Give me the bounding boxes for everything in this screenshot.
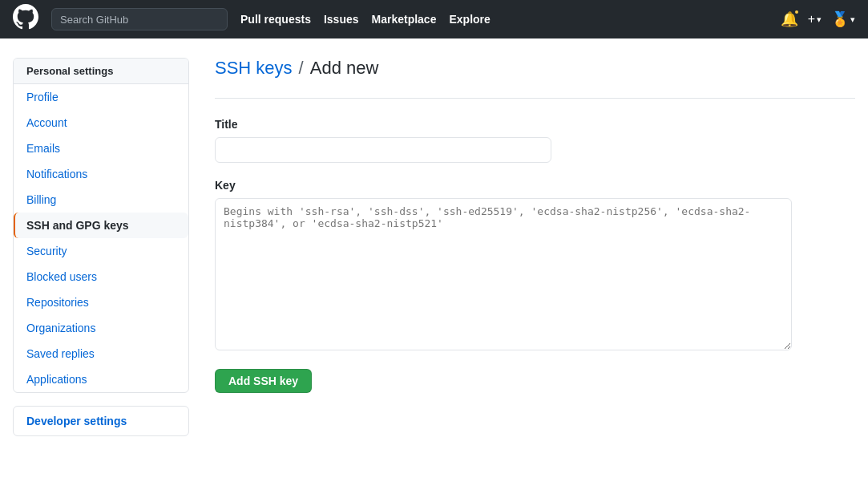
user-menu-button[interactable]: 🏅 ▾: [831, 10, 855, 28]
breadcrumb-current: Add new: [310, 58, 379, 79]
explore-link[interactable]: Explore: [449, 13, 490, 26]
key-label: Key: [215, 179, 855, 192]
sidebar-link-billing[interactable]: Billing: [14, 187, 188, 213]
sidebar-link-saved-replies[interactable]: Saved replies: [14, 341, 188, 366]
key-textarea[interactable]: [215, 198, 792, 350]
new-dropdown-button[interactable]: + ▾: [808, 12, 822, 26]
user-chevron-icon: ▾: [850, 14, 855, 25]
sidebar-link-ssh-gpg[interactable]: SSH and GPG keys: [14, 213, 188, 238]
sidebar-item-security[interactable]: Security: [14, 238, 188, 264]
sidebar-item-notifications[interactable]: Notifications: [14, 161, 188, 187]
sidebar-link-blocked-users[interactable]: Blocked users: [14, 264, 188, 289]
top-navigation: Pull requests Issues Marketplace Explore…: [0, 0, 868, 38]
sidebar-item-profile[interactable]: Profile: [14, 84, 188, 110]
nav-links: Pull requests Issues Marketplace Explore: [240, 13, 768, 26]
sidebar-link-security[interactable]: Security: [14, 238, 188, 264]
personal-settings-title: Personal settings: [14, 59, 188, 84]
sidebar: Personal settings Profile Account Emails…: [13, 58, 189, 436]
sidebar-link-notifications[interactable]: Notifications: [14, 161, 188, 187]
sidebar-link-account[interactable]: Account: [14, 110, 188, 136]
sidebar-item-applications[interactable]: Applications: [14, 366, 188, 392]
sidebar-item-emails[interactable]: Emails: [14, 136, 188, 161]
breadcrumb: SSH keys / Add new: [215, 58, 855, 79]
new-chevron-icon: ▾: [817, 14, 822, 25]
personal-settings-section: Personal settings Profile Account Emails…: [13, 58, 189, 393]
developer-settings-section[interactable]: Developer settings: [13, 406, 189, 436]
pull-requests-link[interactable]: Pull requests: [240, 13, 311, 26]
search-input[interactable]: [51, 8, 228, 30]
sidebar-link-profile[interactable]: Profile: [14, 84, 188, 110]
sidebar-nav: Profile Account Emails Notifications Bil…: [14, 84, 188, 392]
notifications-bell[interactable]: 🔔: [781, 10, 798, 28]
developer-settings-link[interactable]: Developer settings: [14, 407, 188, 435]
breadcrumb-ssh-keys-link[interactable]: SSH keys: [215, 58, 293, 79]
sidebar-item-account[interactable]: Account: [14, 110, 188, 136]
sidebar-link-emails[interactable]: Emails: [14, 136, 188, 161]
plus-icon: +: [808, 12, 815, 26]
sidebar-item-billing[interactable]: Billing: [14, 187, 188, 213]
sidebar-item-ssh-gpg[interactable]: SSH and GPG keys: [14, 213, 188, 238]
sidebar-item-repositories[interactable]: Repositories: [14, 289, 188, 315]
nav-actions: 🔔 + ▾ 🏅 ▾: [781, 10, 855, 28]
sidebar-link-repositories[interactable]: Repositories: [14, 289, 188, 315]
user-avatar-icon: 🏅: [831, 10, 849, 28]
github-logo[interactable]: [13, 4, 38, 34]
notification-badge: [793, 9, 800, 15]
breadcrumb-separator: /: [299, 58, 304, 79]
title-label: Title: [215, 118, 855, 131]
sidebar-item-blocked-users[interactable]: Blocked users: [14, 264, 188, 289]
title-divider: [215, 98, 855, 99]
key-field-group: Key: [215, 179, 855, 353]
title-input[interactable]: [215, 137, 551, 163]
sidebar-item-organizations[interactable]: Organizations: [14, 315, 188, 341]
main-content: SSH keys / Add new Title Key Add SSH key: [215, 58, 855, 436]
marketplace-link[interactable]: Marketplace: [372, 13, 437, 26]
issues-link[interactable]: Issues: [324, 13, 359, 26]
sidebar-link-applications[interactable]: Applications: [14, 366, 188, 392]
page-layout: Personal settings Profile Account Emails…: [0, 38, 868, 455]
title-field-group: Title: [215, 118, 855, 163]
sidebar-item-saved-replies[interactable]: Saved replies: [14, 341, 188, 366]
add-ssh-key-button[interactable]: Add SSH key: [215, 369, 312, 393]
sidebar-link-organizations[interactable]: Organizations: [14, 315, 188, 341]
